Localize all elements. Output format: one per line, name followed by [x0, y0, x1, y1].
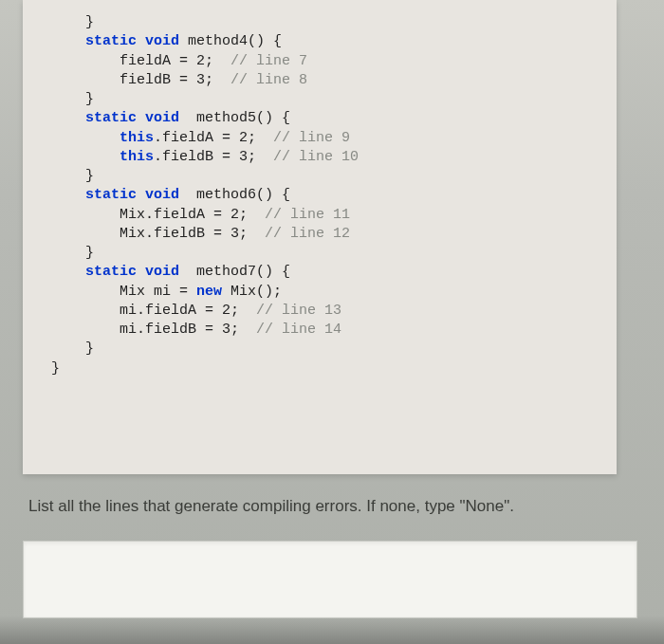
code-line-9: this.fieldA = 2; // line 9 [51, 129, 617, 148]
code-line: } [51, 244, 617, 263]
code-line-10: this.fieldB = 3; // line 10 [51, 148, 617, 167]
code-line-method5-sig: static void method5() { [51, 109, 617, 128]
code-line-method6-sig: static void method6() { [51, 186, 617, 205]
code-line-7: fieldA = 2; // line 7 [51, 52, 617, 71]
code-line: } [51, 13, 617, 32]
question-text: List all the lines that generate compili… [23, 489, 639, 529]
answer-input[interactable] [23, 541, 637, 618]
code-line-8: fieldB = 3; // line 8 [51, 71, 617, 90]
code-line-12: Mix.fieldB = 3; // line 12 [51, 225, 617, 244]
code-line: } [51, 90, 617, 109]
code-line-14: mi.fieldB = 3; // line 14 [51, 321, 617, 340]
code-line: } [51, 167, 617, 186]
code-snippet-panel: } static void method4() { fieldA = 2; //… [23, 0, 617, 474]
code-line-13: mi.fieldA = 2; // line 13 [51, 302, 617, 321]
code-line-class-close: } [51, 359, 617, 378]
question-area: List all the lines that generate compili… [23, 489, 639, 529]
code-line-11: Mix.fieldA = 2; // line 11 [51, 206, 617, 225]
code-line-new-mix: Mix mi = new Mix(); [51, 283, 617, 302]
code-line: } [51, 340, 617, 359]
code-line-method4-sig: static void method4() { [51, 32, 617, 51]
code-line-method7-sig: static void method7() { [51, 263, 617, 282]
